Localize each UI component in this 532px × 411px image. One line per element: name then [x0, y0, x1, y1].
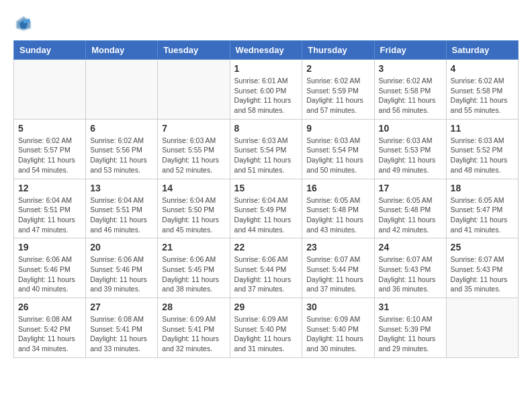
- calendar-cell: 27Sunrise: 6:08 AM Sunset: 5:41 PM Dayli…: [86, 298, 158, 358]
- week-row-4: 26Sunrise: 6:08 AM Sunset: 5:42 PM Dayli…: [14, 298, 519, 358]
- day-number: 4: [451, 63, 514, 74]
- day-info: Sunrise: 6:09 AM Sunset: 5:40 PM Dayligh…: [306, 314, 369, 354]
- calendar-cell: 14Sunrise: 6:04 AM Sunset: 5:50 PM Dayli…: [158, 179, 230, 238]
- weekday-header-saturday: Saturday: [446, 41, 518, 60]
- calendar-cell: 9Sunrise: 6:03 AM Sunset: 5:54 PM Daylig…: [302, 119, 374, 179]
- day-info: Sunrise: 6:06 AM Sunset: 5:44 PM Dayligh…: [234, 255, 298, 294]
- calendar-cell: [446, 298, 518, 358]
- day-number: 15: [234, 183, 298, 193]
- weekday-header-tuesday: Tuesday: [158, 41, 230, 60]
- calendar-cell: 28Sunrise: 6:09 AM Sunset: 5:41 PM Dayli…: [158, 298, 230, 358]
- day-info: Sunrise: 6:07 AM Sunset: 5:44 PM Dayligh…: [306, 255, 369, 294]
- calendar-cell: 21Sunrise: 6:06 AM Sunset: 5:45 PM Dayli…: [158, 238, 230, 298]
- day-info: Sunrise: 6:05 AM Sunset: 5:47 PM Dayligh…: [451, 195, 514, 235]
- calendar-cell: 26Sunrise: 6:08 AM Sunset: 5:42 PM Dayli…: [14, 298, 86, 358]
- calendar-cell: 25Sunrise: 6:07 AM Sunset: 5:43 PM Dayli…: [446, 238, 518, 298]
- calendar-cell: 6Sunrise: 6:02 AM Sunset: 5:56 PM Daylig…: [86, 119, 158, 179]
- day-number: 5: [18, 123, 81, 134]
- calendar-cell: 1Sunrise: 6:01 AM Sunset: 6:00 PM Daylig…: [230, 60, 302, 120]
- calendar-cell: 4Sunrise: 6:02 AM Sunset: 5:58 PM Daylig…: [446, 60, 518, 120]
- day-info: Sunrise: 6:03 AM Sunset: 5:53 PM Dayligh…: [379, 136, 442, 175]
- week-row-3: 19Sunrise: 6:06 AM Sunset: 5:46 PM Dayli…: [14, 238, 519, 298]
- calendar-cell: [158, 60, 230, 120]
- day-info: Sunrise: 6:07 AM Sunset: 5:43 PM Dayligh…: [451, 255, 514, 294]
- weekday-header-friday: Friday: [374, 41, 446, 60]
- day-number: 24: [379, 242, 442, 253]
- calendar-cell: 5Sunrise: 6:02 AM Sunset: 5:57 PM Daylig…: [14, 119, 86, 179]
- day-number: 2: [306, 63, 369, 74]
- day-info: Sunrise: 6:03 AM Sunset: 5:54 PM Dayligh…: [306, 136, 369, 175]
- calendar-cell: 12Sunrise: 6:04 AM Sunset: 5:51 PM Dayli…: [14, 179, 86, 238]
- calendar-cell: 16Sunrise: 6:05 AM Sunset: 5:48 PM Dayli…: [302, 179, 374, 238]
- week-row-1: 5Sunrise: 6:02 AM Sunset: 5:57 PM Daylig…: [14, 119, 519, 179]
- day-info: Sunrise: 6:08 AM Sunset: 5:42 PM Dayligh…: [18, 314, 81, 354]
- day-number: 29: [234, 302, 298, 312]
- day-info: Sunrise: 6:04 AM Sunset: 5:50 PM Dayligh…: [162, 195, 225, 235]
- day-number: 14: [162, 183, 225, 193]
- calendar-cell: [86, 60, 158, 120]
- calendar-cell: 24Sunrise: 6:07 AM Sunset: 5:43 PM Dayli…: [374, 238, 446, 298]
- page-header: [13, 13, 519, 34]
- week-row-2: 12Sunrise: 6:04 AM Sunset: 5:51 PM Dayli…: [14, 179, 519, 238]
- day-info: Sunrise: 6:05 AM Sunset: 5:48 PM Dayligh…: [379, 195, 442, 235]
- calendar-cell: 18Sunrise: 6:05 AM Sunset: 5:47 PM Dayli…: [446, 179, 518, 238]
- day-info: Sunrise: 6:06 AM Sunset: 5:46 PM Dayligh…: [18, 255, 81, 294]
- weekday-header-sunday: Sunday: [14, 41, 86, 60]
- day-info: Sunrise: 6:05 AM Sunset: 5:48 PM Dayligh…: [306, 195, 369, 235]
- calendar-cell: 11Sunrise: 6:03 AM Sunset: 5:52 PM Dayli…: [446, 119, 518, 179]
- day-number: 1: [234, 63, 298, 74]
- day-info: Sunrise: 6:02 AM Sunset: 5:56 PM Dayligh…: [90, 136, 153, 175]
- day-number: 19: [18, 242, 81, 253]
- day-number: 20: [90, 242, 153, 253]
- calendar-cell: [14, 60, 86, 120]
- calendar-cell: 19Sunrise: 6:06 AM Sunset: 5:46 PM Dayli…: [14, 238, 86, 298]
- day-info: Sunrise: 6:04 AM Sunset: 5:51 PM Dayligh…: [90, 195, 153, 235]
- weekday-header-thursday: Thursday: [302, 41, 374, 60]
- calendar-cell: 3Sunrise: 6:02 AM Sunset: 5:58 PM Daylig…: [374, 60, 446, 120]
- day-number: 12: [18, 183, 81, 193]
- day-number: 21: [162, 242, 225, 253]
- calendar-cell: 29Sunrise: 6:09 AM Sunset: 5:40 PM Dayli…: [230, 298, 302, 358]
- calendar-cell: 2Sunrise: 6:02 AM Sunset: 5:59 PM Daylig…: [302, 60, 374, 120]
- calendar-cell: 23Sunrise: 6:07 AM Sunset: 5:44 PM Dayli…: [302, 238, 374, 298]
- day-info: Sunrise: 6:01 AM Sunset: 6:00 PM Dayligh…: [234, 76, 298, 116]
- day-number: 13: [90, 183, 153, 193]
- calendar-cell: 20Sunrise: 6:06 AM Sunset: 5:46 PM Dayli…: [86, 238, 158, 298]
- day-info: Sunrise: 6:03 AM Sunset: 5:54 PM Dayligh…: [234, 136, 298, 175]
- day-info: Sunrise: 6:08 AM Sunset: 5:41 PM Dayligh…: [90, 314, 153, 354]
- calendar-cell: 13Sunrise: 6:04 AM Sunset: 5:51 PM Dayli…: [86, 179, 158, 238]
- day-info: Sunrise: 6:06 AM Sunset: 5:45 PM Dayligh…: [162, 255, 225, 294]
- calendar-cell: 7Sunrise: 6:03 AM Sunset: 5:55 PM Daylig…: [158, 119, 230, 179]
- day-number: 26: [18, 302, 81, 312]
- day-info: Sunrise: 6:09 AM Sunset: 5:41 PM Dayligh…: [162, 314, 225, 354]
- day-number: 28: [162, 302, 225, 312]
- day-number: 31: [379, 302, 442, 312]
- logo-icon: [13, 13, 34, 34]
- day-number: 30: [306, 302, 369, 312]
- calendar-cell: 8Sunrise: 6:03 AM Sunset: 5:54 PM Daylig…: [230, 119, 302, 179]
- day-number: 25: [451, 242, 514, 253]
- calendar-cell: 30Sunrise: 6:09 AM Sunset: 5:40 PM Dayli…: [302, 298, 374, 358]
- day-info: Sunrise: 6:06 AM Sunset: 5:46 PM Dayligh…: [90, 255, 153, 294]
- day-info: Sunrise: 6:03 AM Sunset: 5:52 PM Dayligh…: [451, 136, 514, 175]
- calendar-cell: 10Sunrise: 6:03 AM Sunset: 5:53 PM Dayli…: [374, 119, 446, 179]
- day-number: 8: [234, 123, 298, 134]
- calendar-cell: 22Sunrise: 6:06 AM Sunset: 5:44 PM Dayli…: [230, 238, 302, 298]
- calendar-cell: 15Sunrise: 6:04 AM Sunset: 5:49 PM Dayli…: [230, 179, 302, 238]
- day-info: Sunrise: 6:02 AM Sunset: 5:58 PM Dayligh…: [379, 76, 442, 116]
- day-number: 3: [379, 63, 442, 74]
- weekday-header-wednesday: Wednesday: [230, 41, 302, 60]
- day-number: 16: [306, 183, 369, 193]
- day-number: 6: [90, 123, 153, 134]
- day-number: 11: [451, 123, 514, 134]
- calendar-cell: 31Sunrise: 6:10 AM Sunset: 5:39 PM Dayli…: [374, 298, 446, 358]
- day-number: 9: [306, 123, 369, 134]
- calendar-table: SundayMondayTuesdayWednesdayThursdayFrid…: [13, 40, 519, 358]
- weekday-header-monday: Monday: [86, 41, 158, 60]
- weekday-header-row: SundayMondayTuesdayWednesdayThursdayFrid…: [14, 41, 519, 60]
- day-info: Sunrise: 6:02 AM Sunset: 5:58 PM Dayligh…: [451, 76, 514, 116]
- calendar-cell: 17Sunrise: 6:05 AM Sunset: 5:48 PM Dayli…: [374, 179, 446, 238]
- logo: [13, 13, 36, 34]
- day-number: 10: [379, 123, 442, 134]
- week-row-0: 1Sunrise: 6:01 AM Sunset: 6:00 PM Daylig…: [14, 60, 519, 120]
